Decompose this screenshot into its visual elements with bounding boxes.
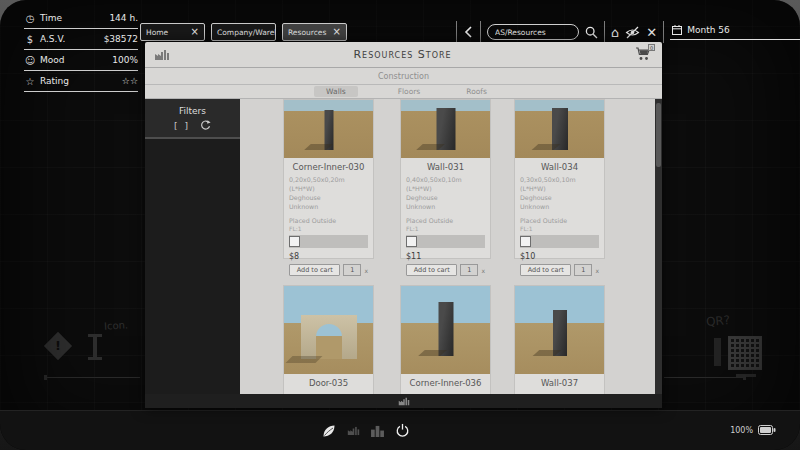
stat-asv[interactable]: $ A.S.V. $38572	[24, 29, 138, 50]
month-indicator[interactable]: Month 56	[670, 25, 800, 40]
home-icon[interactable]: ⌂	[611, 26, 619, 39]
quantity-suffix: x	[481, 267, 485, 274]
door-arch-object	[301, 315, 357, 359]
category-header[interactable]: Construction	[145, 68, 662, 85]
product-image	[515, 100, 604, 158]
product-origin: Unknown	[520, 202, 599, 211]
product-origin: Unknown	[406, 202, 485, 211]
address-input[interactable]	[487, 24, 579, 40]
product-placement: Placed Outside	[406, 217, 485, 226]
quantity-stepper[interactable]: 1	[574, 264, 592, 276]
ruler-line-right	[664, 377, 746, 378]
stat-mood[interactable]: ☺ Mood 100%	[24, 50, 138, 71]
product-card[interactable]: Corner-Inner-036	[400, 285, 491, 394]
select-row	[406, 235, 485, 248]
tab-walls[interactable]: Walls	[314, 86, 358, 97]
product-card[interactable]: Door-035	[283, 285, 374, 394]
stat-value: $38572	[104, 34, 138, 44]
taskbar: 100%	[0, 410, 800, 450]
product-card[interactable]: Corner-Inner-030 0,20x0,50x0,20m (L*H*W)…	[283, 99, 374, 259]
qr-code	[728, 336, 762, 370]
battery-indicator: 100%	[730, 425, 776, 435]
cart-button[interactable]: 0	[635, 47, 653, 63]
quantity-suffix: x	[595, 267, 599, 274]
tab-company-warehouse[interactable]: Company/Wareho... ×	[211, 23, 276, 41]
eye-off-icon[interactable]	[625, 26, 640, 39]
browser-tab-bar: Home × Company/Wareho... × Resources ×	[140, 22, 347, 42]
resources-store-window: Resources Store 0 Construction Walls Flo…	[145, 42, 662, 408]
planet-leaf-icon[interactable]	[322, 424, 336, 438]
quantity-suffix: x	[364, 267, 368, 274]
scrollbar-thumb[interactable]	[656, 103, 661, 167]
wall-object	[436, 108, 455, 150]
stat-label: A.S.V.	[40, 34, 100, 44]
tab-roofs[interactable]: Roofs	[460, 86, 493, 97]
factory-icon	[398, 397, 410, 406]
stat-rating[interactable]: ☆ Rating ☆☆	[24, 71, 138, 92]
category-tabs: Walls Floors Roofs	[145, 85, 662, 99]
product-grid: Corner-Inner-030 0,20x0,50x0,20m (L*H*W)…	[240, 99, 662, 394]
tab-home[interactable]: Home ×	[140, 23, 205, 41]
stat-time[interactable]: ◷ Time 144 h.	[24, 8, 138, 29]
product-card[interactable]: Wall-031 0,40x0,50x0,10m (L*H*W) Deghous…	[400, 99, 491, 259]
tab-close-icon[interactable]: ×	[333, 27, 341, 37]
product-name: Wall-037	[520, 378, 599, 388]
filter-brackets-icon[interactable]: [ ]	[174, 121, 190, 131]
filters-body	[145, 139, 240, 394]
product-price: $10	[520, 252, 599, 261]
product-card[interactable]: Wall-037	[514, 285, 605, 394]
decor-icon-text: Icon.	[104, 319, 129, 331]
select-checkbox[interactable]	[289, 236, 300, 247]
city-icon[interactable]	[371, 425, 384, 437]
product-floor: FL:1	[406, 225, 485, 232]
add-to-cart-button[interactable]: Add to cart	[520, 264, 571, 276]
add-to-cart-button[interactable]: Add to cart	[406, 264, 457, 276]
store-header: Resources Store 0	[145, 42, 662, 68]
close-icon[interactable]: ✕	[646, 26, 657, 39]
tab-resources[interactable]: Resources ×	[282, 23, 347, 41]
quantity-stepper[interactable]: 1	[343, 264, 361, 276]
product-name: Wall-034	[520, 162, 599, 172]
product-floor: FL:1	[289, 225, 368, 232]
product-card[interactable]: Wall-034 0,30x0,50x0,10m (L*H*W) Deghous…	[514, 99, 605, 259]
add-to-cart-button[interactable]: Add to cart	[289, 264, 340, 276]
wall-object	[438, 302, 453, 356]
product-price: $8	[289, 252, 368, 261]
stat-label: Time	[40, 13, 105, 23]
mood-icon: ☺	[24, 55, 36, 66]
cart-badge: 0	[648, 44, 655, 51]
back-button[interactable]	[463, 25, 474, 39]
store-logo-icon	[154, 49, 170, 61]
factory-icon[interactable]	[347, 426, 360, 436]
divider	[480, 21, 481, 43]
battery-percent: 100%	[730, 426, 753, 435]
clock-icon: ◷	[24, 13, 36, 24]
product-dims: 0,20x0,50x0,20m (L*H*W)	[289, 175, 368, 193]
product-dims: 0,40x0,50x0,10m (L*H*W)	[406, 175, 485, 193]
tab-floors[interactable]: Floors	[392, 86, 427, 97]
product-image	[401, 100, 490, 158]
product-brand: Deghouse	[406, 193, 485, 202]
search-icon[interactable]	[585, 26, 598, 39]
stats-panel: ◷ Time 144 h. $ A.S.V. $38572 ☺ Mood 100…	[24, 8, 138, 92]
product-brand: Deghouse	[289, 193, 368, 202]
product-name: Wall-031	[406, 162, 485, 172]
quantity-stepper[interactable]: 1	[460, 264, 478, 276]
select-checkbox[interactable]	[520, 236, 531, 247]
stat-label: Mood	[40, 55, 108, 65]
vertical-scrollbar[interactable]	[655, 99, 662, 394]
tab-close-icon[interactable]: ×	[191, 27, 199, 37]
power-icon[interactable]	[395, 423, 410, 438]
divider	[456, 21, 457, 43]
store-footer	[145, 394, 662, 408]
tab-label: Home	[146, 28, 168, 37]
store-title: Resources Store	[176, 48, 629, 61]
filters-reset-icon[interactable]	[200, 120, 211, 131]
select-checkbox[interactable]	[406, 236, 417, 247]
product-name: Corner-Inner-036	[406, 378, 485, 388]
divider	[604, 21, 605, 43]
product-floor: FL:1	[520, 225, 599, 232]
calendar-icon	[672, 25, 682, 35]
stat-label: Rating	[40, 76, 118, 86]
browser-controls: ⌂ ✕ Month 56	[456, 20, 800, 44]
